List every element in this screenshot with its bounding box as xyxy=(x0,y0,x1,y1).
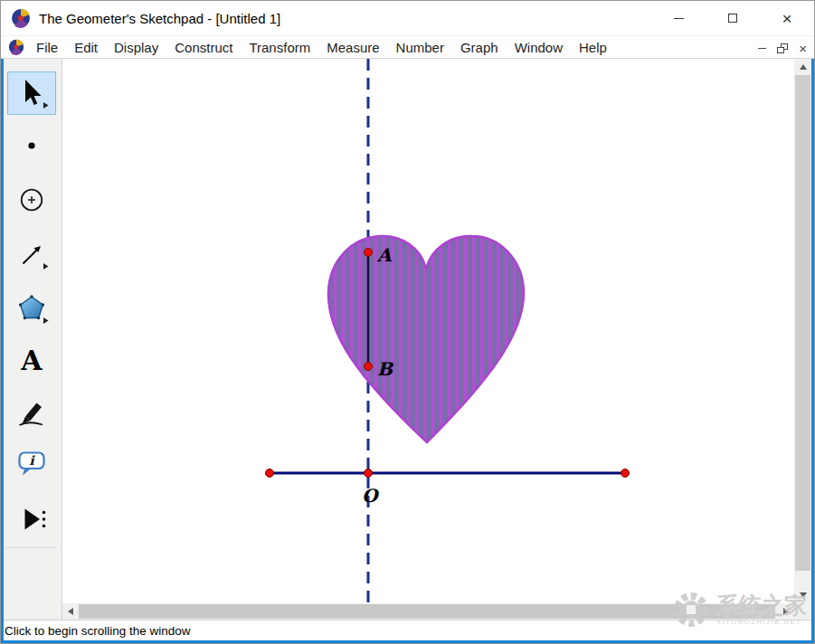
window-border-left xyxy=(1,59,4,643)
vertical-scrollbar[interactable] xyxy=(794,59,811,603)
point-tool[interactable] xyxy=(7,124,56,167)
minimize-icon xyxy=(674,18,684,19)
mdi-close-button[interactable]: × xyxy=(799,42,807,55)
point-a[interactable] xyxy=(365,249,373,257)
title-bar: The Geometer's Sketchpad - [Untitled 1] … xyxy=(1,1,814,35)
plus-icon xyxy=(28,196,35,204)
flyout-indicator-icon xyxy=(43,317,49,324)
watermark-text: 系统之家 XITONGZHIJIA.NET xyxy=(716,593,807,625)
compass-tool[interactable] xyxy=(7,178,56,222)
mdi-minimize-icon xyxy=(758,48,766,49)
status-message: Click to begin scrolling the window xyxy=(5,624,191,638)
label-a[interactable]: A xyxy=(376,244,393,266)
vertical-scroll-thumb[interactable] xyxy=(795,75,810,571)
close-icon: × xyxy=(782,10,791,27)
point-b[interactable] xyxy=(365,363,373,371)
menu-number[interactable]: Number xyxy=(388,36,452,58)
arrow-cursor-icon xyxy=(25,80,42,105)
text-tool-letter-icon: A xyxy=(21,347,42,374)
flyout-indicator-icon xyxy=(43,102,49,109)
pentagon-icon xyxy=(21,297,43,318)
information-tool[interactable]: i xyxy=(7,443,56,487)
ellipsis-dots-icon xyxy=(43,511,46,528)
maximize-button[interactable] xyxy=(706,1,760,35)
window-border-right xyxy=(811,59,814,643)
point-o[interactable] xyxy=(365,469,373,478)
point-icon xyxy=(28,142,34,148)
point-left-endpoint[interactable] xyxy=(266,469,274,478)
menu-file[interactable]: File xyxy=(28,36,66,58)
menu-bar: File Edit Display Construct Transform Me… xyxy=(1,35,814,59)
menu-graph[interactable]: Graph xyxy=(452,36,507,58)
maximize-icon xyxy=(728,14,737,23)
menu-transform[interactable]: Transform xyxy=(241,36,318,58)
document-mini-icon xyxy=(8,39,24,55)
mdi-minimize-button[interactable] xyxy=(758,48,766,49)
watermark-title: 系统之家 xyxy=(716,593,807,617)
menu-measure[interactable]: Measure xyxy=(318,36,387,58)
watermark-subtitle: XITONGZHIJIA.NET xyxy=(716,618,807,626)
label-b[interactable]: B xyxy=(377,358,394,380)
point-right-endpoint[interactable] xyxy=(621,469,630,478)
minimize-button[interactable] xyxy=(651,1,706,35)
line-icon xyxy=(24,249,39,264)
app-window: The Geometer's Sketchpad - [Untitled 1] … xyxy=(0,0,815,644)
text-tool[interactable]: A xyxy=(7,339,56,383)
custom-tools[interactable] xyxy=(7,497,56,540)
mdi-child-controls: × xyxy=(758,36,807,60)
play-triangle-icon xyxy=(25,509,41,530)
app-icon xyxy=(11,8,31,28)
scroll-up-button[interactable] xyxy=(794,59,811,75)
label-o[interactable]: O xyxy=(362,485,380,507)
caption-buttons: × xyxy=(651,1,814,35)
watermark: 系统之家 XITONGZHIJIA.NET xyxy=(670,589,807,630)
toolbar-separator xyxy=(5,547,57,548)
mdi-restore-icon-front xyxy=(777,47,784,53)
window-border-bottom xyxy=(1,640,814,643)
menu-construct[interactable]: Construct xyxy=(166,36,241,58)
scroll-left-button[interactable] xyxy=(62,603,79,620)
flyout-indicator-icon xyxy=(43,263,49,270)
straightedge-tool[interactable] xyxy=(7,232,56,276)
menu-edit[interactable]: Edit xyxy=(66,36,106,58)
menu-display[interactable]: Display xyxy=(106,36,166,58)
sketch-canvas[interactable]: A B O xyxy=(62,59,794,603)
selection-arrow-tool[interactable] xyxy=(7,71,56,115)
toolbox: A i xyxy=(1,59,62,620)
mdi-restore-button[interactable] xyxy=(777,43,788,53)
marker-pen-icon xyxy=(14,394,50,431)
watermark-gear-icon xyxy=(670,589,712,630)
close-button[interactable]: × xyxy=(760,1,814,35)
menu-window[interactable]: Window xyxy=(507,36,571,58)
heart-figure[interactable] xyxy=(328,236,524,442)
sketch-drawing: A B O xyxy=(62,59,794,603)
marker-tool[interactable] xyxy=(7,391,56,434)
arrow-up-icon xyxy=(800,64,807,70)
menu-help[interactable]: Help xyxy=(571,36,615,58)
polygon-tool[interactable] xyxy=(7,287,56,330)
arrow-left-icon xyxy=(68,608,73,615)
window-title: The Geometer's Sketchpad - [Untitled 1] xyxy=(39,11,280,26)
